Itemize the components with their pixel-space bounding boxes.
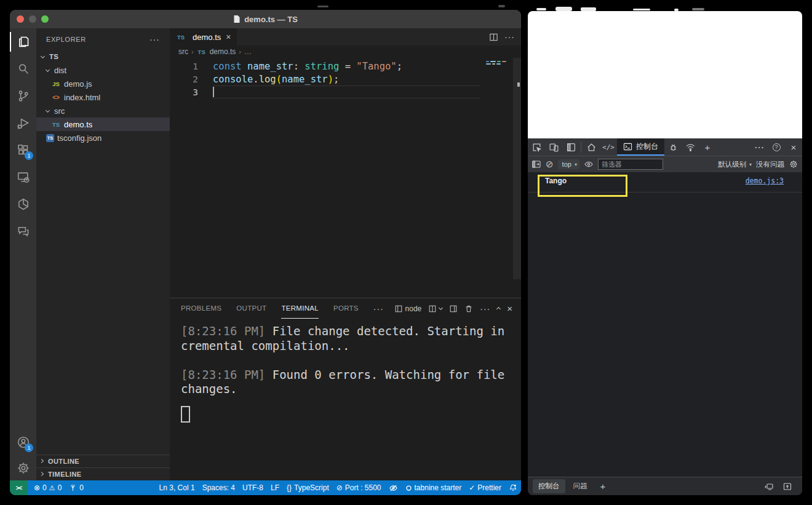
console-sidebar-icon[interactable] — [531, 159, 541, 169]
ports-status[interactable]: 0 — [65, 483, 87, 492]
live-expression-eye-icon[interactable] — [584, 159, 594, 169]
open-editors-icon[interactable] — [449, 304, 458, 313]
clear-console-icon[interactable]: ⊘ — [546, 159, 554, 170]
new-terminal-split-icon[interactable] — [428, 304, 442, 313]
console-settings-gear-icon[interactable] — [789, 159, 798, 169]
timeline-section-header[interactable]: TIMELINE — [36, 467, 170, 480]
accounts-icon[interactable]: 1 — [10, 429, 36, 456]
network-wifi-icon[interactable] — [682, 138, 699, 156]
remote-explorer-icon[interactable] — [10, 164, 36, 191]
close-window-button[interactable] — [17, 15, 24, 23]
welcome-home-icon[interactable] — [583, 138, 600, 156]
elements-tab-icon[interactable]: </> — [600, 138, 617, 156]
line-content: console.log(name_str); — [213, 73, 480, 85]
javascript-context-select[interactable]: top ▾ — [558, 159, 579, 169]
comments-icon[interactable] — [10, 218, 36, 245]
no-issues-label[interactable]: 没有问题 — [756, 160, 784, 169]
panel-tab-terminal[interactable]: TERMINAL — [281, 298, 319, 319]
console-messages[interactable]: Tango demo.js:3 — [528, 172, 802, 477]
prettier-status[interactable]: ✓ Prettier — [465, 483, 505, 492]
inspect-element-icon[interactable] — [528, 138, 545, 156]
devtools-more-options-icon[interactable]: ⋯ — [750, 138, 768, 156]
drawer-tab-console[interactable]: 控制台 — [533, 479, 565, 493]
token: : — [293, 61, 305, 72]
terminal-instance[interactable]: node — [394, 304, 422, 313]
tree-item-index.html[interactable]: <>index.html — [36, 90, 170, 104]
token: . — [253, 74, 258, 85]
encoding[interactable]: UTF-8 — [239, 483, 267, 492]
tree-item-demo.ts[interactable]: TSdemo.ts — [36, 117, 170, 131]
help-icon[interactable]: ? — [768, 138, 785, 156]
tabnine-status[interactable]: tabnine starter — [402, 483, 466, 492]
drawer-add-tab-icon[interactable]: + — [595, 481, 611, 491]
breadcrumb: src › TS demo.ts › … — [170, 46, 521, 58]
dock-side-icon[interactable] — [562, 138, 579, 156]
tree-item-demo.js[interactable]: JSdemo.js — [36, 77, 170, 90]
kill-terminal-trash-icon[interactable] — [464, 304, 473, 313]
panel-tabs-more-icon[interactable]: ··· — [373, 304, 384, 314]
cursor-position[interactable]: Ln 3, Col 1 — [156, 483, 199, 492]
run-debug-icon[interactable] — [10, 109, 36, 137]
log-levels-dropdown[interactable]: 默认级别 ▾ — [718, 160, 752, 169]
maximize-panel-icon[interactable] — [496, 307, 501, 311]
more-tabs-plus-icon[interactable]: + — [699, 138, 716, 156]
terminal-more-actions-icon[interactable]: ··· — [480, 304, 490, 314]
tree-item-label: TS — [49, 53, 58, 60]
drawer-tab-issues[interactable]: 问题 — [568, 479, 593, 493]
window-edge-fragment — [317, 6, 328, 7]
editor-more-actions-icon[interactable]: ··· — [504, 32, 515, 42]
editor-scrollbar[interactable] — [513, 58, 521, 279]
console-filter-input[interactable] — [598, 159, 663, 170]
language-mode[interactable]: {} TypeScript — [283, 483, 333, 492]
expand-panel-icon[interactable] — [782, 482, 792, 491]
remote-indicator[interactable]: >< — [10, 480, 28, 495]
panel-tab-problems[interactable]: PROBLEMS — [181, 298, 221, 319]
tree-item-src[interactable]: src — [36, 104, 170, 117]
devtools-toolbar: </> 控制台 + ⋯ ? × — [528, 138, 802, 156]
eol-sequence[interactable]: LF — [267, 483, 283, 492]
token: const — [213, 61, 247, 72]
token: "Tango" — [356, 61, 396, 72]
tree-item-TS[interactable]: TS — [36, 50, 170, 63]
source-control-icon[interactable] — [10, 82, 36, 109]
chevron-down-icon: ▾ — [575, 162, 577, 167]
bell-icon — [509, 483, 517, 492]
screencast-off-button[interactable] — [385, 483, 402, 493]
settings-gear-icon[interactable] — [10, 456, 36, 480]
close-devtools-icon[interactable]: × — [785, 138, 802, 156]
panel-tab-ports[interactable]: PORTS — [333, 298, 359, 319]
split-editor-icon[interactable] — [489, 33, 498, 42]
zoom-window-button[interactable] — [41, 15, 49, 23]
explorer-more-actions-icon[interactable]: ··· — [149, 34, 160, 44]
minimap[interactable] — [486, 61, 506, 65]
tab-console-active[interactable]: 控制台 — [617, 138, 664, 156]
breadcrumb-symbol[interactable]: … — [244, 47, 252, 56]
breadcrumb-file[interactable]: demo.ts — [210, 47, 236, 56]
braces-icon: {} — [287, 483, 292, 492]
search-icon[interactable] — [10, 55, 36, 82]
explorer-icon[interactable] — [10, 28, 36, 55]
notifications-bell[interactable] — [505, 483, 519, 492]
tab-close-icon[interactable]: × — [226, 32, 231, 42]
panel-tab-output[interactable]: OUTPUT — [236, 298, 266, 319]
code-editor[interactable]: 1const name_str: string = "Tango";2conso… — [170, 58, 521, 298]
breadcrumb-src[interactable]: src — [178, 47, 188, 56]
tab-demo-ts[interactable]: TS demo.ts × — [170, 28, 237, 46]
extensions-icon[interactable]: 1 — [10, 137, 36, 164]
problems-status[interactable]: ⊗ 0 ⚠ 0 — [30, 483, 65, 492]
console-source-link[interactable]: demo.js:3 — [746, 177, 796, 185]
tree-item-label: index.html — [64, 93, 100, 102]
close-panel-icon[interactable]: × — [507, 303, 512, 314]
device-emulation-icon[interactable] — [545, 138, 562, 156]
outline-section-header[interactable]: OUTLINE — [36, 455, 170, 467]
tsconfig-file-icon: TS — [46, 134, 54, 142]
tree-item-tsconfig.json[interactable]: TStsconfig.json — [36, 131, 170, 145]
terminal-output[interactable]: [8:23:16 PM] File change detected. Start… — [170, 319, 521, 480]
hexagon-package-icon[interactable] — [10, 191, 36, 218]
minimize-window-button[interactable] — [29, 15, 36, 23]
debugger-bug-icon[interactable] — [664, 138, 682, 156]
tree-item-dist[interactable]: dist — [36, 63, 170, 77]
live-server-port[interactable]: ⊘ Port : 5500 — [333, 483, 385, 492]
remote-device-icon[interactable] — [764, 482, 774, 491]
indentation[interactable]: Spaces: 4 — [199, 483, 239, 492]
